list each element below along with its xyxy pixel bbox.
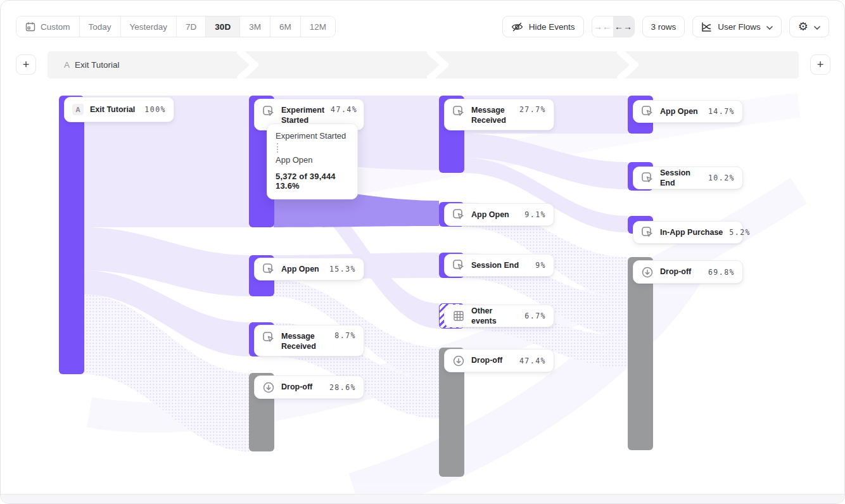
flow-node-app-open[interactable]: App Open 15.3% bbox=[254, 258, 364, 280]
event-icon bbox=[641, 226, 654, 239]
flow-node-message-received-2[interactable]: Message Received 27.7% bbox=[444, 99, 554, 130]
sankey-ribbons bbox=[1, 1, 845, 504]
tooltip-connector bbox=[277, 143, 278, 153]
tooltip-from: Experiment Started bbox=[276, 131, 349, 141]
event-icon bbox=[262, 263, 275, 275]
sankey-canvas: A Exit Tutorial 100% Experiment Started … bbox=[1, 1, 844, 503]
event-icon bbox=[641, 105, 654, 118]
dropoff-icon bbox=[452, 355, 465, 367]
dropoff-icon bbox=[262, 381, 275, 394]
grid-icon bbox=[452, 310, 465, 322]
tooltip-detail: 5,372 of 39,444 13.6% bbox=[276, 172, 349, 191]
flow-tooltip: Experiment Started App Open 5,372 of 39,… bbox=[267, 123, 358, 199]
sankey-bar-dropoff-3[interactable] bbox=[628, 257, 653, 450]
flow-node-app-open-3[interactable]: App Open 14.7% bbox=[633, 100, 743, 123]
flow-node-message-received[interactable]: Message Received 8.7% bbox=[254, 325, 364, 356]
event-icon bbox=[452, 105, 465, 118]
flow-node-dropoff-2[interactable]: Drop-off 47.4% bbox=[444, 349, 554, 372]
event-icon bbox=[452, 259, 465, 272]
event-icon bbox=[262, 105, 275, 118]
flow-node-session-end-2[interactable]: Session End 10.2% bbox=[633, 167, 743, 189]
sankey-bar-exit-tutorial[interactable] bbox=[59, 96, 84, 374]
flow-node-session-end[interactable]: Session End 9% bbox=[444, 254, 554, 277]
flow-node-app-open-2[interactable]: App Open 9.1% bbox=[444, 203, 554, 226]
event-icon bbox=[641, 172, 654, 184]
dropoff-icon bbox=[641, 266, 654, 279]
event-icon bbox=[262, 331, 275, 344]
flow-node-other-events[interactable]: Other events 6.7% bbox=[444, 305, 554, 327]
event-icon bbox=[452, 208, 465, 221]
tooltip-to: App Open bbox=[276, 155, 349, 165]
flow-node-dropoff[interactable]: Drop-off 28.6% bbox=[254, 375, 364, 399]
flow-node-dropoff-3[interactable]: Drop-off 69.8% bbox=[633, 260, 743, 284]
flow-node-in-app-purchase[interactable]: In-App Purchase 5.2% bbox=[633, 221, 743, 244]
flow-node-exit-tutorial[interactable]: A Exit Tutorial 100% bbox=[64, 97, 174, 122]
app-window: Custom Today Yesterday 7D 30D 3M 6M 12M … bbox=[0, 0, 845, 504]
step-a-badge: A bbox=[72, 104, 84, 115]
footer-bar bbox=[1, 494, 844, 503]
